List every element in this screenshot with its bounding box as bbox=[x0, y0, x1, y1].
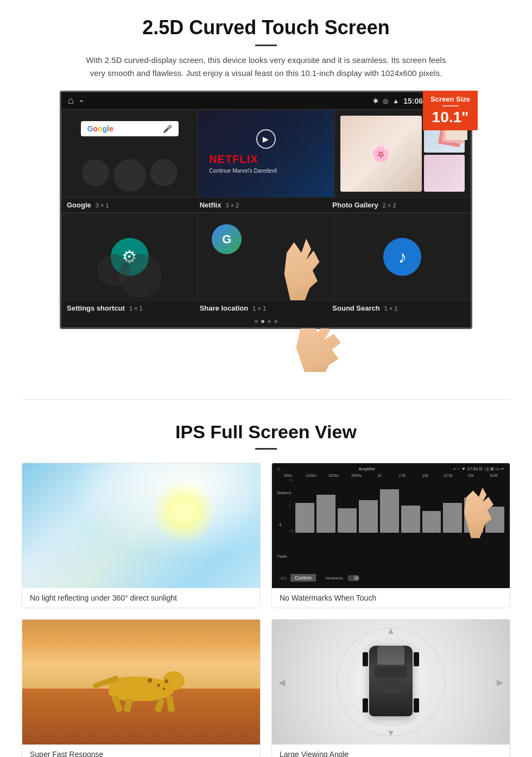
arrow-right: ▶ bbox=[497, 677, 503, 687]
fader-label: Fader bbox=[277, 554, 291, 558]
dot-1 bbox=[255, 320, 258, 323]
feature-item-speed: Super Fast Response bbox=[22, 619, 261, 757]
eq-scale: 10 0 -10 bbox=[289, 478, 294, 533]
car-top-view bbox=[366, 640, 415, 724]
eq-bar-1 bbox=[295, 478, 314, 533]
amp-status: ⌂ Amplifier ▪ ··· ▼ 17:33 ⊡ ◁) ⊠ ▭ ↩ bbox=[275, 466, 506, 474]
app-labels-row-2: Settings shortcut 1 × 1 Share location 1… bbox=[61, 301, 471, 316]
freq-12k5: 12.5k bbox=[438, 474, 459, 477]
wifi-icon: ▲ bbox=[392, 97, 399, 105]
section1-description: With 2.5D curved-display screen, this de… bbox=[81, 54, 451, 80]
hand-extension bbox=[33, 329, 499, 372]
app-cell-sound-search[interactable]: ♪ bbox=[334, 213, 471, 301]
settings-app-name: Settings shortcut bbox=[67, 304, 125, 312]
feature-item-watermarks: ⌂ Amplifier ▪ ··· ▼ 17:33 ⊡ ◁) ⊠ ▭ ↩ 60h… bbox=[271, 463, 510, 608]
freq-15k: 15k bbox=[460, 474, 482, 477]
eq-fill-7 bbox=[422, 511, 441, 533]
spot-4 bbox=[148, 678, 152, 683]
sunlight-caption: No light reflecting under 360° direct su… bbox=[22, 588, 260, 608]
sunlight-image bbox=[22, 463, 260, 588]
freq-100: 100hz bbox=[300, 474, 321, 477]
app-grid-bottom: ⚙ G bbox=[61, 212, 471, 301]
netflix-app-size: 3 × 2 bbox=[225, 202, 239, 209]
amp-title-text: Amplifier bbox=[358, 466, 375, 471]
car-hood-shape bbox=[375, 667, 407, 678]
speed-caption: Super Fast Response bbox=[22, 745, 260, 757]
device-mockup: Screen Size 10.1" ⌂ ⌁ ✱ ◎ ▲ 15:06 ⊡ ◁) ⊠ bbox=[60, 91, 472, 329]
settings-bg bbox=[97, 254, 162, 298]
eq-fill-4 bbox=[359, 500, 378, 533]
mic-icon[interactable]: 🎤 bbox=[163, 124, 172, 133]
netflix-logo: NETFLIX bbox=[198, 153, 258, 166]
badge-size: 10.1" bbox=[430, 109, 470, 126]
share-location-label: Share location 1 × 1 bbox=[200, 304, 333, 312]
play-button[interactable]: ▶ bbox=[256, 129, 276, 149]
finger-touch-hand bbox=[293, 329, 353, 372]
scale-neg10: -10 bbox=[289, 529, 294, 533]
sound-search-app-name: Sound Search bbox=[332, 304, 379, 312]
wheel-rl bbox=[363, 698, 368, 712]
freq-500: 500hz bbox=[346, 474, 367, 477]
app-cell-netflix[interactable]: ▶ NETFLIX Continue Marvel's Daredevil bbox=[198, 110, 334, 198]
freq-2k5: 2.5k bbox=[391, 474, 413, 477]
dot-2-active bbox=[261, 320, 264, 323]
arrow-up: ▲ bbox=[387, 626, 395, 636]
app-cell-share-location[interactable]: G bbox=[198, 213, 334, 301]
app-cell-google[interactable]: Google 🎤 bbox=[61, 110, 198, 198]
google-app-name: Google bbox=[67, 201, 91, 209]
spot-3 bbox=[163, 687, 166, 690]
google-cell-content: Google 🎤 bbox=[62, 110, 197, 197]
section2-title-divider bbox=[255, 448, 277, 450]
g-letter: G bbox=[212, 224, 242, 254]
share-location-app-size: 1 × 1 bbox=[252, 305, 266, 312]
watermarks-caption: No Watermarks When Touch bbox=[272, 588, 510, 608]
features-grid: No light reflecting under 360° direct su… bbox=[22, 463, 510, 757]
google-search-bar[interactable]: Google 🎤 bbox=[81, 121, 179, 136]
dot-4 bbox=[274, 320, 277, 323]
photo-gallery-app-name: Photo Gallery bbox=[332, 201, 378, 209]
section-curved-screen: 2.5D Curved Touch Screen With 2.5D curve… bbox=[0, 0, 532, 383]
photo-gallery-app-size: 2 × 2 bbox=[383, 202, 396, 209]
amp-bottom: ◁◁ Custom loudness bbox=[275, 571, 506, 585]
eq-bar-5 bbox=[380, 478, 399, 533]
eq-bar-4 bbox=[359, 478, 378, 533]
settings-bg-c2 bbox=[119, 254, 162, 298]
car-rear-window bbox=[379, 680, 403, 693]
google-bg-decoration bbox=[82, 159, 178, 192]
freq-200: 200hz bbox=[323, 474, 344, 477]
bluetooth-icon: ✱ bbox=[373, 97, 378, 105]
spot-2 bbox=[157, 684, 160, 687]
section1-title: 2.5D Curved Touch Screen bbox=[33, 16, 499, 39]
app-cell-settings[interactable]: ⚙ bbox=[61, 213, 198, 301]
scale-10: 10 bbox=[289, 478, 294, 482]
netflix-subtitle: Continue Marvel's Daredevil bbox=[198, 168, 277, 174]
eq-bar-3 bbox=[338, 478, 357, 533]
clock: 15:06 bbox=[403, 97, 423, 105]
google-logo: Google bbox=[87, 124, 113, 133]
settings-app-size: 1 × 1 bbox=[129, 305, 143, 312]
amplifier-image: ⌂ Amplifier ▪ ··· ▼ 17:33 ⊡ ◁) ⊠ ▭ ↩ 60h… bbox=[272, 463, 510, 588]
eq-bar-6 bbox=[401, 478, 420, 533]
photo-gallery-label: Photo Gallery 2 × 2 bbox=[332, 201, 465, 209]
toggle-dot bbox=[354, 576, 359, 581]
scale-0: 0 bbox=[289, 504, 294, 507]
app-labels-row-1: Google 3 × 1 Netflix 3 × 2 Photo Gallery… bbox=[61, 198, 471, 212]
title-divider1 bbox=[255, 45, 277, 46]
eq-fill-1 bbox=[295, 503, 314, 533]
google-app-size: 3 × 1 bbox=[96, 202, 109, 209]
photo-main: 🌸 bbox=[340, 116, 422, 192]
eq-bar-2 bbox=[316, 478, 335, 533]
arrow-down: ▼ bbox=[387, 728, 395, 738]
wheel-fr bbox=[414, 652, 419, 666]
amp-toggle-switch[interactable] bbox=[347, 575, 359, 581]
angle-caption: Large Viewing Angle bbox=[272, 745, 510, 757]
eq-bar-7 bbox=[422, 478, 441, 533]
home-icon[interactable]: ⌂ bbox=[68, 95, 74, 106]
photo-small-2 bbox=[424, 155, 465, 192]
amp-arrows: ◁◁ bbox=[280, 576, 286, 581]
feature-item-sunlight: No light reflecting under 360° direct su… bbox=[22, 463, 261, 608]
amp-custom-button[interactable]: Custom bbox=[290, 574, 316, 582]
wheel-rr bbox=[414, 698, 419, 712]
amp-loudness-label: loudness bbox=[326, 576, 343, 581]
amp-time: ▪ ··· ▼ 17:33 ⊡ ◁) ⊠ ▭ ↩ bbox=[454, 466, 504, 471]
